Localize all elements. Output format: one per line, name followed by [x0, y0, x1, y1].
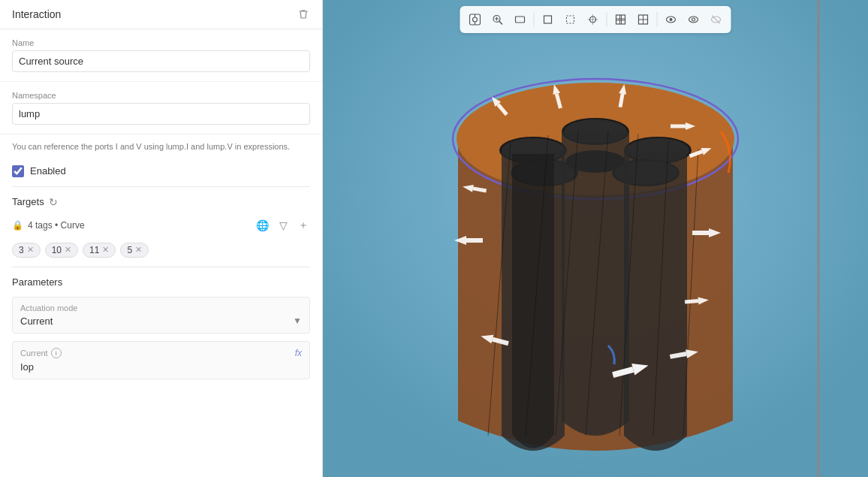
targets-count: 4 tags • Curve — [28, 220, 85, 231]
fx-button[interactable]: fx — [295, 348, 302, 358]
tag-chip-3: 3 ✕ — [12, 243, 41, 258]
namespace-label: Namespace — [12, 91, 310, 100]
svg-point-1 — [473, 17, 478, 22]
info-icon[interactable]: i — [51, 348, 62, 358]
current-label: Current — [20, 349, 48, 358]
svg-rect-8 — [516, 17, 525, 23]
panel-title: Interaction — [12, 8, 61, 20]
current-value-row: Iop — [20, 361, 302, 373]
panel-header: Interaction — [0, 0, 322, 29]
targets-title: Targets — [12, 196, 44, 207]
tag-chip-11: 11 ✕ — [83, 243, 116, 258]
targets-actions: 🌐 ▽ ＋ — [255, 217, 310, 234]
svg-line-5 — [499, 22, 502, 25]
svg-point-24 — [689, 17, 698, 23]
add-target-button[interactable]: ＋ — [297, 217, 310, 234]
toolbar-separator-2 — [607, 12, 607, 27]
crosshair-icon — [587, 14, 599, 26]
fit-view-icon — [469, 14, 481, 26]
eye-outline-button[interactable] — [683, 9, 704, 30]
hidden-icon — [710, 14, 722, 26]
eye-icon — [665, 14, 677, 26]
tag-chip-5: 5 ✕ — [120, 243, 149, 258]
rectangle-button[interactable] — [510, 9, 531, 30]
grid-icon — [615, 14, 627, 26]
toolbar — [460, 6, 731, 33]
svg-rect-10 — [567, 16, 574, 23]
tag-remove-3[interactable]: ✕ — [27, 245, 34, 255]
toolbar-separator-3 — [657, 12, 658, 27]
dashed-icon — [565, 14, 577, 26]
3d-scene — [323, 0, 868, 477]
tag-value-3: 3 — [19, 245, 24, 255]
zoom-fit-button[interactable] — [487, 9, 508, 30]
svg-point-25 — [692, 18, 695, 21]
namespace-input[interactable] — [12, 103, 310, 125]
tag-chip-10: 10 ✕ — [45, 243, 78, 258]
hint-text: You can reference the ports I and V usin… — [0, 134, 322, 159]
name-section: Name — [0, 29, 322, 82]
toolbar-separator-1 — [534, 12, 535, 27]
scene-container — [323, 0, 868, 477]
eye-outline-icon — [688, 14, 700, 26]
svg-rect-70 — [466, 238, 483, 243]
targets-header: Targets ↻ — [0, 187, 322, 214]
dropdown-arrow-icon: ▼ — [293, 315, 302, 326]
actuation-mode-label: Actuation mode — [20, 303, 302, 312]
tag-remove-5[interactable]: ✕ — [135, 245, 142, 255]
globe-button[interactable]: 🌐 — [255, 218, 270, 233]
table-icon — [637, 14, 649, 26]
parameters-section: Parameters Actuation mode Current Voltag… — [0, 267, 322, 393]
crosshair-button[interactable] — [583, 9, 604, 30]
right-panel — [323, 0, 868, 477]
current-label-row: Current i fx — [20, 348, 302, 358]
eye-button[interactable] — [661, 9, 682, 30]
cube-button[interactable] — [538, 9, 559, 30]
tag-value-5: 5 — [127, 245, 132, 255]
current-field: Current i fx Iop — [12, 341, 310, 379]
filter-button[interactable]: ▽ — [278, 218, 289, 233]
trash-icon — [298, 9, 309, 20]
tag-remove-11[interactable]: ✕ — [102, 245, 109, 255]
table-button[interactable] — [633, 9, 654, 30]
tags-row: 3 ✕ 10 ✕ 11 ✕ 5 ✕ — [0, 240, 322, 267]
tag-remove-10[interactable]: ✕ — [65, 245, 71, 255]
actuation-mode-field: Actuation mode Current Voltage ▼ — [12, 297, 310, 334]
hidden-button[interactable] — [706, 9, 727, 30]
delete-button[interactable] — [297, 8, 310, 21]
svg-rect-60 — [692, 231, 709, 235]
svg-point-23 — [670, 18, 673, 21]
svg-rect-56 — [671, 125, 686, 128]
parameters-title: Parameters — [12, 276, 310, 288]
targets-info: 🔒 4 tags • Curve — [12, 220, 85, 231]
enabled-checkbox[interactable] — [12, 165, 24, 177]
tag-value-11: 11 — [89, 245, 99, 255]
left-panel: Interaction Name Namespace You can refer… — [0, 0, 323, 477]
namespace-section: Namespace — [0, 82, 322, 134]
lock-icon: 🔒 — [12, 220, 23, 231]
enabled-row: Enabled — [0, 159, 322, 186]
actuation-mode-select[interactable]: Current Voltage — [20, 315, 293, 327]
refresh-icon[interactable]: ↻ — [49, 196, 58, 208]
name-input[interactable] — [12, 50, 310, 72]
dashed-button[interactable] — [560, 9, 581, 30]
fit-view-button[interactable] — [465, 9, 486, 30]
cube-icon — [542, 14, 554, 26]
grid-button[interactable] — [610, 9, 631, 30]
current-value: Iop — [20, 361, 34, 373]
svg-rect-14 — [616, 15, 625, 24]
name-label: Name — [12, 38, 310, 47]
svg-rect-9 — [544, 16, 552, 23]
enabled-label: Enabled — [30, 165, 66, 177]
zoom-icon — [492, 14, 504, 26]
tag-value-10: 10 — [52, 245, 62, 255]
targets-row: 🔒 4 tags • Curve 🌐 ▽ ＋ — [0, 214, 322, 240]
actuation-mode-select-row: Current Voltage ▼ — [20, 315, 302, 327]
rectangle-icon — [514, 14, 526, 26]
